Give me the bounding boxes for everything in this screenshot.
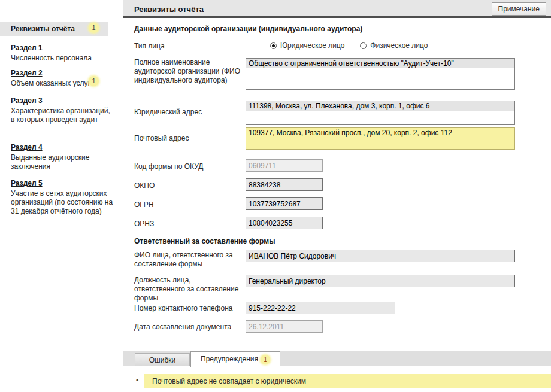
sidebar-item-sublabel: Численность персонала — [11, 54, 114, 63]
sidebar-badge-rekvizity: 1 — [89, 23, 99, 33]
full-name-textarea[interactable]: Общество с ограниченной ответственностью… — [246, 58, 515, 90]
radio-legal-label: Юридическое лицо — [280, 41, 344, 50]
label-postal-address: Почтовый адрес — [134, 134, 243, 143]
panel-header: Реквизиты отчёта Примечание — [123, 0, 551, 18]
label-full-name: Полное наименование аудиторской организа… — [134, 58, 243, 85]
sidebar-item-sublabel: Характеристика организаций, в которых пр… — [11, 107, 114, 124]
sidebar-item-label[interactable]: Раздел 5 — [11, 178, 43, 188]
tab-errors-label: Ошибки — [149, 356, 176, 364]
radio-checked-icon[interactable] — [270, 42, 277, 49]
ornz-input[interactable] — [246, 217, 323, 229]
main-panel: Реквизиты отчёта Примечание Данные аудит… — [123, 0, 551, 392]
label-fio: ФИО лица, ответственного за составление … — [134, 251, 243, 269]
postal-address-value: 109377, Москва, Рязанский просп., дом 20… — [246, 128, 514, 138]
sidebar-item-label[interactable]: Реквизиты отчёта — [11, 24, 75, 34]
tab-warnings-label: Предупреждения — [201, 355, 258, 363]
label-ogrn: ОГРН — [134, 200, 243, 209]
label-okud: Код формы по ОКУД — [134, 162, 243, 171]
sidebar-item-label[interactable]: Раздел 1 — [11, 43, 43, 53]
warning-message: Почтовый адрес не совпадает с юридически… — [144, 374, 551, 388]
radio-physical-entity[interactable]: Физическое лицо — [360, 41, 428, 50]
tab-errors[interactable]: Ошибки — [135, 353, 190, 366]
radio-unchecked-icon[interactable] — [360, 42, 367, 49]
sidebar-item-razdel1[interactable]: Раздел 1 Численность персонала — [11, 43, 114, 63]
sidebar-item-label[interactable]: Раздел 4 — [11, 142, 43, 152]
okpo-input[interactable] — [246, 178, 323, 191]
warning-bullet-icon: • — [136, 376, 138, 385]
legal-address-value: 111398, Москва, ул. Плеханова, дом 3, ко… — [246, 101, 514, 111]
label-ornz: ОРНЗ — [134, 220, 243, 229]
sidebar-item-sublabel: Участие в сетях аудиторских организаций … — [11, 189, 114, 216]
position-input[interactable] — [246, 275, 515, 287]
entity-type-radio-group: Юридическое лицо Физическое лицо — [270, 41, 438, 50]
fio-input[interactable] — [246, 250, 515, 262]
okud-input[interactable] — [246, 159, 323, 172]
tab-warnings-badge: 1 — [261, 355, 270, 364]
sidebar-item-label[interactable]: Раздел 3 — [11, 96, 43, 105]
label-legal-address: Юридический адрес — [134, 108, 243, 117]
sidebar-item-razdel2[interactable]: Раздел 2 Объем оказанных услуг — [11, 68, 114, 88]
app-window: Реквизиты отчёта 1 Раздел 1 Численность … — [0, 0, 551, 392]
tab-warnings[interactable]: Предупреждения1 — [190, 351, 280, 367]
label-phone: Номер контактного телефона — [134, 304, 243, 313]
sidebar-item-sublabel: Выданные аудиторские заключения — [11, 153, 114, 171]
label-date: Дата составления документа — [134, 323, 243, 332]
sidebar-item-razdel5[interactable]: Раздел 5 Участие в сетях аудиторских орг… — [11, 178, 114, 216]
sidebar-nav: Реквизиты отчёта 1 Раздел 1 Численность … — [0, 0, 122, 392]
label-position: Должность лица, ответственного за состав… — [134, 276, 243, 303]
sidebar-item-razdel4[interactable]: Раздел 4 Выданные аудиторские заключения — [11, 142, 114, 171]
section-title-responsible: Ответственный за составление формы — [134, 237, 275, 245]
sidebar-badge-razdel2: 1 — [89, 76, 99, 86]
page-title: Реквизиты отчёта — [134, 5, 204, 14]
ogrn-input[interactable] — [246, 197, 323, 210]
phone-input[interactable] — [246, 302, 395, 314]
radio-physical-label: Физическое лицо — [370, 41, 428, 50]
legal-address-textarea[interactable]: 111398, Москва, ул. Плеханова, дом 3, ко… — [246, 101, 515, 125]
label-type: Тип лица — [134, 42, 243, 51]
section-title-org: Данные аудиторской организации (индивиду… — [134, 25, 362, 33]
sidebar-item-razdel3[interactable]: Раздел 3 Характеристика организаций, в к… — [11, 96, 114, 124]
label-okpo: ОКПО — [134, 181, 243, 190]
note-button[interactable]: Примечание — [492, 2, 546, 16]
full-name-value: Общество с ограниченной ответственностью… — [246, 59, 514, 68]
sidebar-item-label[interactable]: Раздел 2 — [11, 68, 43, 78]
postal-address-textarea[interactable]: 109377, Москва, Рязанский просп., дом 20… — [246, 127, 515, 150]
date-input[interactable] — [246, 320, 323, 333]
radio-legal-entity[interactable]: Юридическое лицо — [270, 41, 344, 50]
